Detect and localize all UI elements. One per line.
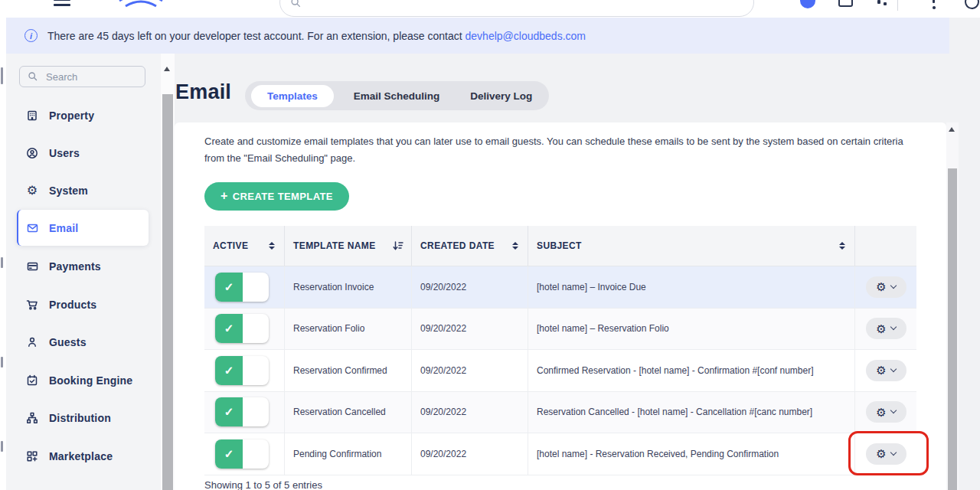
scroll-up-icon[interactable] <box>164 67 170 71</box>
gear-icon: ⚙ <box>876 323 886 335</box>
chevron-down-icon <box>890 366 896 372</box>
column-header-template-name[interactable]: TEMPLATE NAME <box>285 226 412 266</box>
check-icon: ✓ <box>215 273 243 302</box>
active-toggle[interactable]: ✓ <box>215 356 269 385</box>
sort-icon <box>269 242 275 250</box>
sidebar-item-booking-engine[interactable]: Booking Engine <box>17 362 149 398</box>
subject: Reservation Cancelled - [hotel name] - C… <box>528 392 855 433</box>
person-icon <box>25 335 39 348</box>
scrollbar-thumb[interactable] <box>948 168 957 490</box>
calendar-check-icon <box>25 374 39 387</box>
column-header-subject[interactable]: SUBJECT <box>528 226 855 266</box>
template-name: Reservation Folio <box>285 309 412 350</box>
column-header-active[interactable]: ACTIVE <box>204 226 285 266</box>
sidebar-item-users[interactable]: Users <box>17 135 149 171</box>
active-toggle[interactable]: ✓ <box>215 439 269 469</box>
email-tabs: Templates Email Scheduling Delivery Log <box>245 81 549 110</box>
chevron-down-icon <box>890 407 896 413</box>
row-actions-button[interactable]: ⚙ <box>866 318 906 339</box>
sidebar-item-system[interactable]: ⚙ System <box>17 172 149 208</box>
sidebar-item-products[interactable]: Products <box>17 286 149 322</box>
create-template-button[interactable]: + CREATE TEMPLATE <box>204 182 349 211</box>
gear-icon: ⚙ <box>876 364 886 376</box>
sort-desc-icon <box>393 240 403 251</box>
check-icon: ✓ <box>215 397 243 426</box>
template-name: Reservation Confirmed <box>285 350 412 391</box>
template-name: Pending Confirmation <box>285 433 412 475</box>
help-circle-icon[interactable] <box>800 0 815 8</box>
check-icon: ✓ <box>215 356 243 385</box>
column-header-actions <box>855 226 916 266</box>
notifications-icon[interactable] <box>884 2 887 5</box>
global-search-input[interactable] <box>279 0 754 17</box>
sidebar-item-label: Products <box>49 299 96 311</box>
users-icon <box>25 146 39 159</box>
active-toggle[interactable]: ✓ <box>215 397 269 426</box>
tab-templates[interactable]: Templates <box>251 85 334 107</box>
created-date: 09/20/2022 <box>412 433 528 475</box>
sidebar-item-property[interactable]: Property <box>17 97 149 133</box>
trial-banner: i There are 45 days left on your develop… <box>6 18 949 54</box>
tab-delivery-log[interactable]: Delivery Log <box>459 90 543 102</box>
created-date: 09/20/2022 <box>412 392 528 433</box>
sidebar-item-distribution[interactable]: Distribution <box>17 400 149 436</box>
calendar-icon[interactable] <box>838 0 853 7</box>
created-date: 09/20/2022 <box>412 309 528 350</box>
notifications-icon[interactable] <box>877 0 880 4</box>
templates-table: ACTIVE TEMPLATE NAME CREATED DATE <box>204 226 916 475</box>
credit-card-icon <box>25 260 39 273</box>
row-actions-button[interactable]: ⚙ <box>866 401 906 423</box>
sitemap-icon <box>25 411 39 424</box>
sidebar-item-label: System <box>49 185 88 197</box>
subject: [hotel name] – Reservation Folio <box>528 309 855 350</box>
avatar-icon[interactable] <box>965 0 979 9</box>
gear-icon: ⚙ <box>25 184 39 197</box>
sidebar-item-label: Marketplace <box>49 450 113 462</box>
subject: [hotel name] - Reservation Received, Pen… <box>528 433 855 475</box>
info-icon: i <box>24 29 38 42</box>
sidebar-item-label: Distribution <box>49 412 111 424</box>
template-name: Reservation Invoice <box>285 266 412 308</box>
cloudbeds-email-templates-page: i There are 45 days left on your develop… <box>0 0 980 490</box>
row-actions-button[interactable]: ⚙ <box>866 360 906 381</box>
sidebar-item-email[interactable]: Email <box>17 210 149 246</box>
sidebar-search-input[interactable]: Search <box>19 66 145 87</box>
sidebar-item-guests[interactable]: Guests <box>17 324 149 360</box>
sidebar-item-marketplace[interactable]: Marketplace <box>17 438 149 474</box>
window-edge <box>0 0 6 490</box>
check-icon: ✓ <box>215 439 243 469</box>
active-toggle[interactable]: ✓ <box>215 314 269 343</box>
row-actions-button[interactable]: ⚙ <box>866 276 906 298</box>
chevron-down-icon <box>890 283 896 289</box>
sidebar-item-label: Property <box>49 109 94 122</box>
question-icon[interactable] <box>933 6 936 9</box>
tab-email-scheduling[interactable]: Email Scheduling <box>343 90 451 102</box>
table-row: ✓ Pending Confirmation 09/20/2022 [hotel… <box>204 433 916 475</box>
envelope-icon <box>25 221 39 234</box>
scrollbar-thumb[interactable] <box>162 94 173 490</box>
cart-icon <box>25 298 39 311</box>
sidebar-item-payments[interactable]: Payments <box>17 248 149 284</box>
templates-description: Create and customize email templates tha… <box>204 133 913 167</box>
question-icon[interactable] <box>933 0 935 3</box>
devhelp-link[interactable]: devhelp@cloudbeds.com <box>466 30 586 42</box>
created-date: 09/20/2022 <box>412 266 528 308</box>
sidebar-item-label: Users <box>49 147 80 159</box>
active-toggle[interactable]: ✓ <box>215 273 269 302</box>
table-row: ✓ Reservation Invoice 09/20/2022 [hotel … <box>204 266 916 309</box>
table-row: ✓ Reservation Folio 09/20/2022 [hotel na… <box>204 309 916 351</box>
scroll-up-icon[interactable] <box>949 127 955 132</box>
sidebar-item-label: Email <box>49 222 78 234</box>
check-icon: ✓ <box>215 314 243 343</box>
sidebar-item-label: Booking Engine <box>49 374 132 387</box>
column-header-created-date[interactable]: CREATED DATE <box>412 226 528 266</box>
subject: [hotel name] – Invoice Due <box>528 266 855 308</box>
sidebar-item-partial[interactable] <box>17 476 149 490</box>
hamburger-icon[interactable] <box>54 0 70 6</box>
table-header-row: ACTIVE TEMPLATE NAME CREATED DATE <box>204 226 916 266</box>
main-scrollbar[interactable] <box>946 122 959 490</box>
sidebar-item-label: Payments <box>49 260 101 273</box>
created-date: 09/20/2022 <box>412 350 528 391</box>
sidebar-scrollbar[interactable] <box>161 54 175 490</box>
top-bar <box>0 0 980 18</box>
